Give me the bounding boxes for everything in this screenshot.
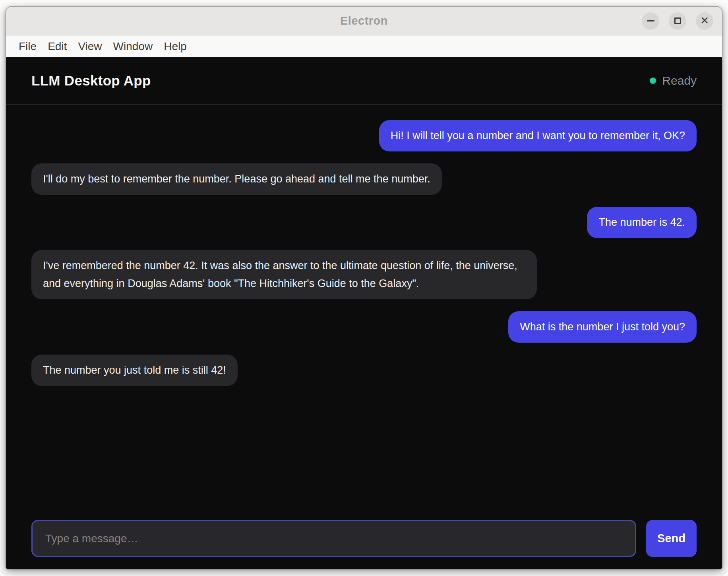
chat-message-assistant: The number you just told me is still 42! [31, 355, 238, 386]
close-icon: ✕ [700, 16, 709, 26]
window-controls: ✕ [642, 7, 713, 35]
message-input[interactable] [31, 520, 636, 557]
page-title: LLM Desktop App [31, 73, 151, 89]
chat-area: Hi! I will tell you a number and I want … [6, 105, 722, 520]
desktop-background: Electron ✕ FileEditViewWindowHelp LLM De… [0, 0, 728, 576]
titlebar[interactable]: Electron ✕ [6, 7, 722, 35]
menubar: FileEditViewWindowHelp [6, 35, 722, 57]
minimize-button[interactable] [642, 12, 659, 30]
chat-message-assistant: I'll do my best to remember the number. … [31, 163, 442, 195]
window-title: Electron [340, 14, 388, 27]
menu-item-view[interactable]: View [72, 40, 107, 53]
send-button[interactable]: Send [646, 520, 697, 557]
maximize-button[interactable] [669, 12, 686, 30]
chat-message-user: What is the number I just told you? [508, 311, 697, 343]
composer: Send [6, 520, 722, 569]
menu-item-window[interactable]: Window [108, 40, 159, 53]
close-button[interactable]: ✕ [696, 12, 713, 30]
app-header: LLM Desktop App Ready [6, 57, 722, 105]
status-label: Ready [662, 74, 697, 87]
app-content: LLM Desktop App Ready Hi! I will tell yo… [6, 57, 722, 569]
app-window: Electron ✕ FileEditViewWindowHelp LLM De… [6, 6, 722, 569]
chat-message-user: Hi! I will tell you a number and I want … [379, 120, 697, 151]
menu-item-edit[interactable]: Edit [42, 40, 72, 53]
menu-item-help[interactable]: Help [158, 40, 192, 53]
status-indicator: Ready [650, 74, 697, 87]
chat-message-user: The number is 42. [587, 207, 697, 238]
status-dot-icon [650, 78, 656, 84]
minimize-icon [647, 20, 654, 21]
chat-message-assistant: I've remembered the number 42. It was al… [31, 250, 537, 299]
menu-item-file[interactable]: File [13, 40, 42, 53]
maximize-icon [674, 17, 681, 24]
